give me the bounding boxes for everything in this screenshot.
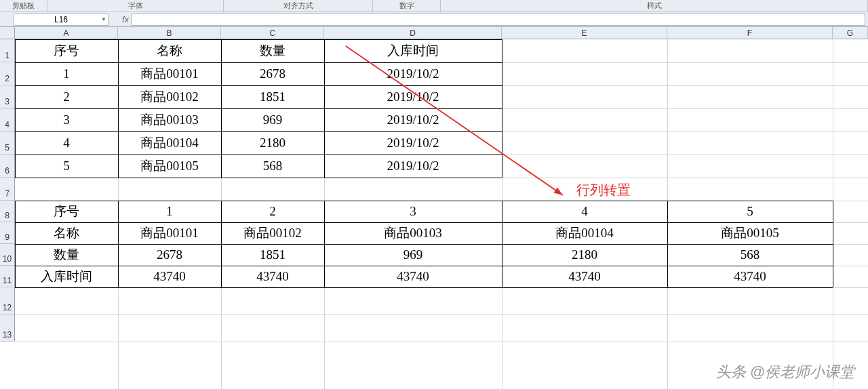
svg-marker-1: [553, 188, 563, 195]
row-header-10[interactable]: 10: [0, 244, 14, 266]
row-header-7[interactable]: 7: [0, 178, 14, 201]
table1-header[interactable]: 名称: [118, 39, 221, 62]
table1-cell[interactable]: 2019/10/2: [324, 155, 502, 178]
table2-cell[interactable]: 2180: [502, 244, 667, 266]
ribbon-group-number: 数字: [373, 0, 441, 12]
table1-header[interactable]: 序号: [15, 39, 118, 62]
table2-rowheader[interactable]: 名称: [15, 222, 118, 244]
column-headers: ABCDEFG: [15, 27, 868, 39]
table2-cell[interactable]: 43740: [667, 266, 833, 287]
column-header-F[interactable]: F: [667, 27, 833, 39]
table1-cell[interactable]: 568: [221, 155, 324, 178]
table2-cell[interactable]: 568: [667, 244, 833, 266]
ribbon-group-labels: 剪贴板 字体 对齐方式 数字 样式: [0, 0, 868, 12]
table1-cell[interactable]: 2: [15, 85, 118, 108]
row-header-6[interactable]: 6: [0, 155, 14, 178]
table1-cell[interactable]: 1851: [221, 85, 324, 108]
table2-rowheader[interactable]: 数量: [15, 244, 118, 266]
table1-cell[interactable]: 商品00104: [118, 131, 221, 155]
table2-cell[interactable]: 2678: [118, 244, 221, 266]
table1-cell[interactable]: 3: [15, 108, 118, 131]
table1-header[interactable]: 数量: [221, 39, 324, 62]
table2-cell[interactable]: 商品00105: [667, 222, 833, 244]
row-header-4[interactable]: 4: [0, 108, 14, 131]
table2-cell[interactable]: 商品00102: [221, 222, 324, 244]
cells-area[interactable]: 序号名称数量入库时间1商品0010126782019/10/22商品001021…: [15, 39, 868, 389]
table2-cell[interactable]: 1851: [221, 244, 324, 266]
row-header-9[interactable]: 9: [0, 222, 14, 244]
table2-cell[interactable]: 商品00101: [118, 222, 221, 244]
column-header-B[interactable]: B: [118, 27, 221, 39]
table1-cell[interactable]: 2678: [221, 62, 324, 85]
chevron-down-icon[interactable]: ▼: [101, 16, 106, 22]
row-header-8[interactable]: 8: [0, 201, 14, 222]
table1-cell[interactable]: 1: [15, 62, 118, 85]
formula-input[interactable]: [132, 14, 865, 26]
table2-cell[interactable]: 43740: [502, 266, 667, 287]
row-header-2[interactable]: 2: [0, 62, 14, 85]
name-box-value: L16: [18, 15, 104, 24]
table2-cell[interactable]: 969: [324, 244, 502, 266]
spreadsheet-grid[interactable]: ABCDEFG 12345678910111213 序号名称数量入库时间1商品0…: [0, 27, 868, 389]
table2-cell[interactable]: 2: [221, 201, 324, 222]
table2-cell[interactable]: 3: [324, 201, 502, 222]
row-header-12[interactable]: 12: [0, 287, 14, 314]
column-header-A[interactable]: A: [15, 27, 118, 39]
ribbon-group-styles: 样式: [441, 0, 868, 12]
table1-cell[interactable]: 商品00101: [118, 62, 221, 85]
select-all-corner[interactable]: [0, 27, 15, 39]
table2-cell[interactable]: 43740: [118, 266, 221, 287]
table1-cell[interactable]: 969: [221, 108, 324, 131]
table1-cell[interactable]: 商品00102: [118, 85, 221, 108]
table2-cell[interactable]: 5: [667, 201, 833, 222]
row-header-5[interactable]: 5: [0, 131, 14, 155]
table1-cell[interactable]: 商品00103: [118, 108, 221, 131]
table2-cell[interactable]: 商品00104: [502, 222, 667, 244]
table1-cell[interactable]: 2180: [221, 131, 324, 155]
table1-cell[interactable]: 2019/10/2: [324, 108, 502, 131]
formula-bar: L16 ▼ fx: [0, 12, 868, 27]
ribbon-group-font: 字体: [47, 0, 224, 12]
table1-cell[interactable]: 2019/10/2: [324, 62, 502, 85]
table2-cell[interactable]: 4: [502, 201, 667, 222]
row-header-1[interactable]: 1: [0, 39, 14, 62]
table2-cell[interactable]: 43740: [221, 266, 324, 287]
annotation-transpose: 行列转置: [576, 181, 631, 199]
column-header-C[interactable]: C: [221, 27, 324, 39]
column-header-G[interactable]: G: [833, 27, 868, 39]
name-box[interactable]: L16 ▼: [14, 14, 108, 26]
table2-cell[interactable]: 商品00103: [324, 222, 502, 244]
row-header-13[interactable]: 13: [0, 314, 14, 342]
fx-icon[interactable]: fx: [122, 14, 129, 24]
table1-cell[interactable]: 2019/10/2: [324, 85, 502, 108]
watermark: 头条 @侯老师小课堂: [716, 362, 854, 382]
table1-cell[interactable]: 商品00105: [118, 155, 221, 178]
row-header-11[interactable]: 11: [0, 266, 14, 287]
row-headers: 12345678910111213: [0, 39, 15, 342]
column-header-E[interactable]: E: [502, 27, 667, 39]
ribbon-group-alignment: 对齐方式: [224, 0, 373, 12]
ribbon-group-clipboard: 剪贴板: [0, 0, 47, 12]
table1-header[interactable]: 入库时间: [324, 39, 502, 62]
table1-cell[interactable]: 4: [15, 131, 118, 155]
column-header-D[interactable]: D: [324, 27, 502, 39]
table2-rowheader[interactable]: 入库时间: [15, 266, 118, 287]
table1-cell[interactable]: 5: [15, 155, 118, 178]
table1-cell[interactable]: 2019/10/2: [324, 131, 502, 155]
table2-cell[interactable]: 1: [118, 201, 221, 222]
table2-rowheader[interactable]: 序号: [15, 201, 118, 222]
row-header-3[interactable]: 3: [0, 85, 14, 108]
table2-cell[interactable]: 43740: [324, 266, 502, 287]
